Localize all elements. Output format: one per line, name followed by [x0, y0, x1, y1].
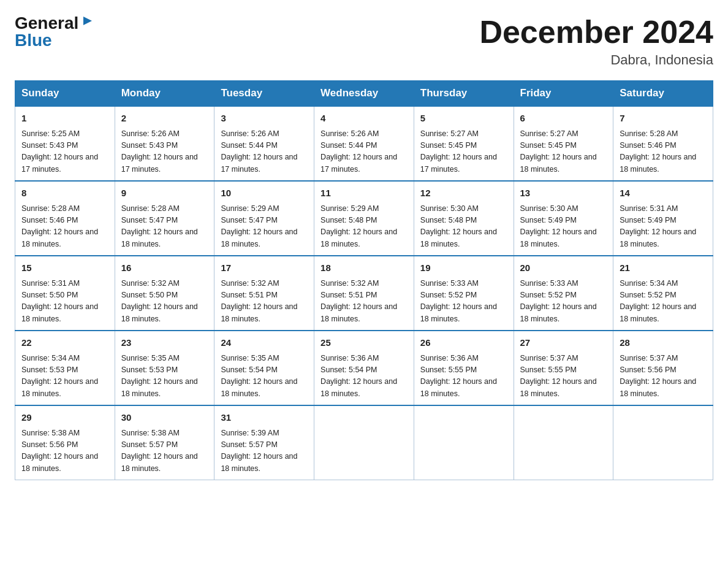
column-header-wednesday: Wednesday	[314, 81, 414, 107]
day-info: Sunrise: 5:37 AMSunset: 5:55 PMDaylight:…	[520, 353, 607, 400]
calendar-cell: 11Sunrise: 5:29 AMSunset: 5:48 PMDayligh…	[314, 181, 414, 256]
calendar-cell: 21Sunrise: 5:34 AMSunset: 5:52 PMDayligh…	[613, 256, 713, 331]
day-info: Sunrise: 5:33 AMSunset: 5:52 PMDaylight:…	[420, 278, 507, 326]
day-info: Sunrise: 5:25 AMSunset: 5:43 PMDaylight:…	[21, 128, 108, 176]
header-row: SundayMondayTuesdayWednesdayThursdayFrid…	[15, 81, 713, 107]
title-section: December 2024 Dabra, Indonesia	[479, 15, 713, 68]
week-row-1: 1Sunrise: 5:25 AMSunset: 5:43 PMDaylight…	[15, 106, 713, 181]
calendar-cell: 5Sunrise: 5:27 AMSunset: 5:45 PMDaylight…	[414, 106, 514, 181]
day-number: 5	[420, 112, 507, 126]
day-info: Sunrise: 5:30 AMSunset: 5:48 PMDaylight:…	[420, 203, 507, 251]
day-info: Sunrise: 5:26 AMSunset: 5:44 PMDaylight:…	[221, 128, 308, 176]
calendar-cell: 12Sunrise: 5:30 AMSunset: 5:48 PMDayligh…	[414, 181, 514, 256]
calendar-cell: 26Sunrise: 5:36 AMSunset: 5:55 PMDayligh…	[414, 331, 514, 405]
day-info: Sunrise: 5:29 AMSunset: 5:48 PMDaylight:…	[320, 203, 408, 251]
day-number: 30	[121, 411, 208, 425]
week-row-3: 15Sunrise: 5:31 AMSunset: 5:50 PMDayligh…	[15, 256, 713, 331]
calendar-cell: 18Sunrise: 5:32 AMSunset: 5:51 PMDayligh…	[314, 256, 414, 331]
day-number: 10	[221, 186, 308, 201]
day-info: Sunrise: 5:36 AMSunset: 5:54 PMDaylight:…	[320, 353, 408, 400]
calendar-cell: 20Sunrise: 5:33 AMSunset: 5:52 PMDayligh…	[514, 256, 613, 331]
calendar-cell: 23Sunrise: 5:35 AMSunset: 5:53 PMDayligh…	[115, 331, 214, 405]
day-info: Sunrise: 5:26 AMSunset: 5:44 PMDaylight:…	[320, 128, 408, 176]
day-info: Sunrise: 5:32 AMSunset: 5:51 PMDaylight:…	[221, 278, 308, 326]
calendar-cell: 24Sunrise: 5:35 AMSunset: 5:54 PMDayligh…	[214, 331, 314, 405]
calendar-cell: 2Sunrise: 5:26 AMSunset: 5:43 PMDaylight…	[115, 106, 214, 181]
day-number: 4	[320, 112, 408, 126]
day-info: Sunrise: 5:35 AMSunset: 5:54 PMDaylight:…	[221, 353, 308, 400]
calendar-cell: 3Sunrise: 5:26 AMSunset: 5:44 PMDaylight…	[214, 106, 314, 181]
day-number: 24	[221, 336, 308, 350]
day-number: 17	[221, 261, 308, 275]
day-info: Sunrise: 5:37 AMSunset: 5:56 PMDaylight:…	[620, 353, 707, 400]
day-info: Sunrise: 5:28 AMSunset: 5:47 PMDaylight:…	[121, 203, 208, 251]
calendar-cell	[514, 405, 613, 480]
day-number: 19	[420, 261, 507, 275]
column-header-saturday: Saturday	[613, 81, 713, 107]
calendar-cell	[314, 405, 414, 480]
calendar-table: SundayMondayTuesdayWednesdayThursdayFrid…	[15, 80, 713, 480]
logo-triangle-icon	[81, 14, 94, 28]
day-info: Sunrise: 5:36 AMSunset: 5:55 PMDaylight:…	[420, 353, 507, 400]
calendar-cell: 4Sunrise: 5:26 AMSunset: 5:44 PMDaylight…	[314, 106, 414, 181]
day-number: 20	[520, 261, 607, 275]
calendar-cell: 14Sunrise: 5:31 AMSunset: 5:49 PMDayligh…	[613, 181, 713, 256]
page-header: General Blue December 2024 Dabra, Indone…	[15, 15, 713, 68]
day-info: Sunrise: 5:38 AMSunset: 5:56 PMDaylight:…	[21, 427, 108, 475]
column-header-thursday: Thursday	[414, 81, 514, 107]
column-header-sunday: Sunday	[15, 81, 115, 107]
calendar-cell: 6Sunrise: 5:27 AMSunset: 5:45 PMDaylight…	[514, 106, 613, 181]
day-info: Sunrise: 5:33 AMSunset: 5:52 PMDaylight:…	[520, 278, 607, 326]
logo-general-text: General	[15, 15, 78, 32]
week-row-2: 8Sunrise: 5:28 AMSunset: 5:46 PMDaylight…	[15, 181, 713, 256]
column-header-monday: Monday	[115, 81, 214, 107]
day-number: 2	[121, 112, 208, 126]
day-number: 31	[221, 411, 308, 425]
week-row-4: 22Sunrise: 5:34 AMSunset: 5:53 PMDayligh…	[15, 331, 713, 405]
day-number: 12	[420, 186, 507, 201]
calendar-cell	[414, 405, 514, 480]
column-header-tuesday: Tuesday	[214, 81, 314, 107]
day-info: Sunrise: 5:35 AMSunset: 5:53 PMDaylight:…	[121, 353, 208, 400]
week-row-5: 29Sunrise: 5:38 AMSunset: 5:56 PMDayligh…	[15, 405, 713, 480]
day-info: Sunrise: 5:32 AMSunset: 5:50 PMDaylight:…	[121, 278, 208, 326]
calendar-cell: 29Sunrise: 5:38 AMSunset: 5:56 PMDayligh…	[15, 405, 115, 480]
logo: General Blue	[15, 15, 94, 49]
day-info: Sunrise: 5:27 AMSunset: 5:45 PMDaylight:…	[520, 128, 607, 176]
calendar-cell: 22Sunrise: 5:34 AMSunset: 5:53 PMDayligh…	[15, 331, 115, 405]
day-number: 18	[320, 261, 408, 275]
calendar-cell: 25Sunrise: 5:36 AMSunset: 5:54 PMDayligh…	[314, 331, 414, 405]
day-info: Sunrise: 5:27 AMSunset: 5:45 PMDaylight:…	[420, 128, 507, 176]
day-number: 3	[221, 112, 308, 126]
calendar-cell: 17Sunrise: 5:32 AMSunset: 5:51 PMDayligh…	[214, 256, 314, 331]
day-number: 14	[620, 186, 707, 201]
day-info: Sunrise: 5:39 AMSunset: 5:57 PMDaylight:…	[221, 427, 308, 475]
day-number: 11	[320, 186, 408, 201]
logo-blue-text: Blue	[15, 32, 52, 49]
day-number: 22	[21, 336, 108, 350]
calendar-cell	[613, 405, 713, 480]
day-number: 29	[21, 411, 108, 425]
day-number: 6	[520, 112, 607, 126]
day-number: 16	[121, 261, 208, 275]
calendar-cell: 8Sunrise: 5:28 AMSunset: 5:46 PMDaylight…	[15, 181, 115, 256]
day-number: 7	[620, 112, 707, 126]
day-number: 26	[420, 336, 507, 350]
calendar-cell: 7Sunrise: 5:28 AMSunset: 5:46 PMDaylight…	[613, 106, 713, 181]
day-number: 15	[21, 261, 108, 275]
day-number: 1	[21, 112, 108, 126]
location-subtitle: Dabra, Indonesia	[479, 52, 713, 68]
calendar-cell: 9Sunrise: 5:28 AMSunset: 5:47 PMDaylight…	[115, 181, 214, 256]
day-info: Sunrise: 5:34 AMSunset: 5:53 PMDaylight:…	[21, 353, 108, 400]
day-info: Sunrise: 5:34 AMSunset: 5:52 PMDaylight:…	[620, 278, 707, 326]
day-number: 23	[121, 336, 208, 350]
day-number: 25	[320, 336, 408, 350]
calendar-header: SundayMondayTuesdayWednesdayThursdayFrid…	[15, 81, 713, 107]
calendar-cell: 30Sunrise: 5:38 AMSunset: 5:57 PMDayligh…	[115, 405, 214, 480]
day-info: Sunrise: 5:31 AMSunset: 5:50 PMDaylight:…	[21, 278, 108, 326]
calendar-cell: 13Sunrise: 5:30 AMSunset: 5:49 PMDayligh…	[514, 181, 613, 256]
calendar-cell: 10Sunrise: 5:29 AMSunset: 5:47 PMDayligh…	[214, 181, 314, 256]
day-number: 27	[520, 336, 607, 350]
calendar-body: 1Sunrise: 5:25 AMSunset: 5:43 PMDaylight…	[15, 106, 713, 480]
day-number: 21	[620, 261, 707, 275]
